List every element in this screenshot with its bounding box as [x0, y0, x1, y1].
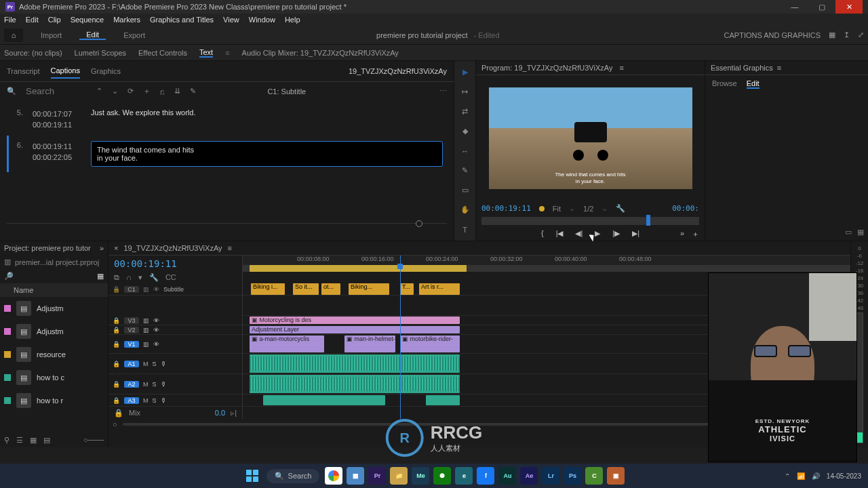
- menu-view[interactable]: View: [223, 16, 239, 24]
- tl-settings-icon[interactable]: 🔧: [149, 273, 159, 282]
- mute-icon[interactable]: M: [143, 361, 149, 367]
- lock-icon[interactable]: 🔒: [114, 409, 123, 418]
- project-item[interactable]: ▤resource: [0, 343, 108, 366]
- eye-icon[interactable]: 👁: [153, 317, 159, 324]
- lock-icon[interactable]: 🔒: [113, 286, 120, 293]
- menu-window[interactable]: Window: [249, 16, 275, 24]
- audio-clip[interactable]: [250, 354, 460, 373]
- go-to-out-icon[interactable]: ▶|: [632, 229, 639, 238]
- menu-file[interactable]: File: [4, 16, 16, 24]
- mix-value[interactable]: 0.0: [215, 409, 225, 417]
- target-icon[interactable]: ▥: [143, 341, 149, 348]
- skip-icon[interactable]: ▹|: [231, 409, 237, 418]
- tab-lumetri[interactable]: Lumetri Scopes: [75, 49, 126, 57]
- taskbar-app-ae[interactable]: Ae: [520, 467, 538, 485]
- menu-clip[interactable]: Clip: [48, 16, 61, 24]
- program-timecode[interactable]: 00:00:19:11: [481, 204, 531, 213]
- eye-icon[interactable]: 👁: [153, 327, 159, 333]
- share-icon[interactable]: ↥: [844, 30, 850, 39]
- home-button[interactable]: ⌂: [4, 28, 23, 42]
- tab-audio-mixer[interactable]: Audio Clip Mixer: 19_TVZJXzQzNzRfU3ViXzA…: [242, 49, 399, 57]
- project-item[interactable]: ▤Adjustm: [0, 297, 108, 320]
- taskbar-app-edge[interactable]: e: [455, 467, 473, 485]
- close-seq-icon[interactable]: ×: [114, 244, 118, 252]
- audio-clip[interactable]: [250, 375, 460, 393]
- a2-label[interactable]: A2: [124, 381, 139, 388]
- caption-row[interactable]: 5. 00:00:17:07 00:00:19:11 Just ask. We …: [7, 103, 447, 136]
- caption-clip[interactable]: Biking...: [349, 283, 389, 295]
- icon-view-icon[interactable]: ▦: [30, 436, 37, 445]
- a1-label[interactable]: A1: [124, 361, 139, 367]
- go-to-in-icon[interactable]: |◀: [556, 229, 564, 238]
- mic-icon[interactable]: 🎙: [161, 361, 167, 367]
- step-back-icon[interactable]: ◀|: [575, 229, 583, 238]
- caption-clip[interactable]: Biking i...: [251, 283, 285, 295]
- lock-icon[interactable]: 🔒: [113, 317, 120, 324]
- taskbar-app-pr[interactable]: Pr: [368, 467, 386, 485]
- cc-icon[interactable]: CC: [165, 273, 176, 282]
- add-button-icon[interactable]: ＋: [692, 229, 699, 239]
- seq-menu-icon[interactable]: ≡: [228, 244, 232, 252]
- tab-graphics[interactable]: Graphics: [91, 64, 121, 78]
- split-caption-icon[interactable]: ⎌: [160, 87, 165, 96]
- eg-folder-icon[interactable]: ▭: [845, 228, 852, 237]
- workspace-edit[interactable]: Edit: [79, 30, 106, 40]
- solo-icon[interactable]: S: [153, 381, 157, 388]
- new-bin-icon[interactable]: ▦: [97, 272, 104, 281]
- caption-row[interactable]: 6. 00:00:19:11 00:00:22:05 The wind that…: [7, 136, 447, 172]
- taskbar-app-calc[interactable]: ▦: [347, 467, 364, 485]
- tab-text[interactable]: Text: [199, 48, 213, 58]
- merge-caption-icon[interactable]: ⇊: [174, 87, 180, 96]
- eg-browse-tab[interactable]: Browse: [712, 79, 737, 89]
- refresh-icon[interactable]: ⟳: [127, 87, 134, 96]
- zoom-out-icon[interactable]: ○: [113, 420, 117, 428]
- project-item[interactable]: ▤how to c: [0, 366, 108, 389]
- eg-edit-tab[interactable]: Edit: [747, 79, 760, 89]
- taskbar-app-camtasia2[interactable]: ▣: [607, 467, 625, 485]
- mark-in-icon[interactable]: {: [541, 229, 544, 238]
- marker-dot-icon[interactable]: [539, 206, 545, 211]
- taskbar-app-ps[interactable]: Ps: [564, 467, 581, 485]
- taskbar-app-explorer[interactable]: 📁: [390, 467, 408, 485]
- program-menu-icon[interactable]: ≡: [619, 64, 623, 72]
- minimize-button[interactable]: —: [781, 0, 808, 14]
- step-forward-icon[interactable]: |▶: [612, 229, 620, 238]
- edit-icon[interactable]: ✎: [190, 87, 196, 96]
- mic-icon[interactable]: 🎙: [161, 381, 167, 388]
- system-tray[interactable]: ⌃ 📶 🔊 14-05-2023: [785, 472, 861, 480]
- menu-graphics[interactable]: Graphics and Titles: [150, 16, 214, 24]
- marker-icon[interactable]: ▾: [138, 273, 142, 282]
- eye-icon[interactable]: 👁: [153, 341, 159, 348]
- menu-markers[interactable]: Markers: [113, 16, 140, 24]
- v3-label[interactable]: V3: [124, 317, 139, 324]
- selection-tool-icon[interactable]: ▶: [459, 66, 471, 78]
- fit-dropdown[interactable]: Fit: [553, 205, 561, 213]
- add-caption-icon[interactable]: ＋: [143, 86, 151, 96]
- mute-icon[interactable]: M: [143, 397, 149, 404]
- freeform-view-icon[interactable]: ▤: [43, 436, 50, 445]
- caption-edit-box[interactable]: The wind that comes and hits in your fac…: [91, 141, 443, 167]
- mic-icon[interactable]: 🎙: [161, 397, 167, 404]
- timeline-timecode[interactable]: 00:00:19:11: [108, 256, 242, 272]
- tab-source[interactable]: Source: (no clips): [4, 49, 62, 57]
- zoom-dropdown[interactable]: 1/2: [583, 205, 593, 213]
- lock-icon[interactable]: 🔒: [113, 381, 120, 388]
- more-transport-icon[interactable]: »: [680, 229, 684, 237]
- project-item[interactable]: ▤how to r: [0, 389, 108, 412]
- next-caption-icon[interactable]: ⌄: [112, 87, 118, 96]
- video-clip[interactable]: Adjustment Layer: [250, 326, 460, 333]
- play-button[interactable]: ▶: [595, 229, 600, 238]
- program-view[interactable]: The wind that comes and hits in your fac…: [476, 75, 705, 201]
- menu-sequence[interactable]: Sequence: [71, 16, 104, 24]
- volume-icon[interactable]: 🔊: [812, 472, 820, 480]
- track-select-tool-icon[interactable]: ↦: [459, 86, 471, 98]
- caption-scrubber[interactable]: [7, 223, 447, 235]
- quick-export-icon[interactable]: ▦: [829, 30, 835, 39]
- snap-icon[interactable]: ⧉: [114, 273, 119, 282]
- taskbar-app-fb[interactable]: f: [477, 467, 494, 485]
- tray-chevron-icon[interactable]: ⌃: [785, 472, 790, 480]
- hand-tool-icon[interactable]: ✋: [459, 204, 471, 216]
- prev-caption-icon[interactable]: ⌃: [96, 87, 102, 96]
- caption-clip[interactable]: ot...: [321, 283, 340, 295]
- close-button[interactable]: ✕: [835, 0, 863, 14]
